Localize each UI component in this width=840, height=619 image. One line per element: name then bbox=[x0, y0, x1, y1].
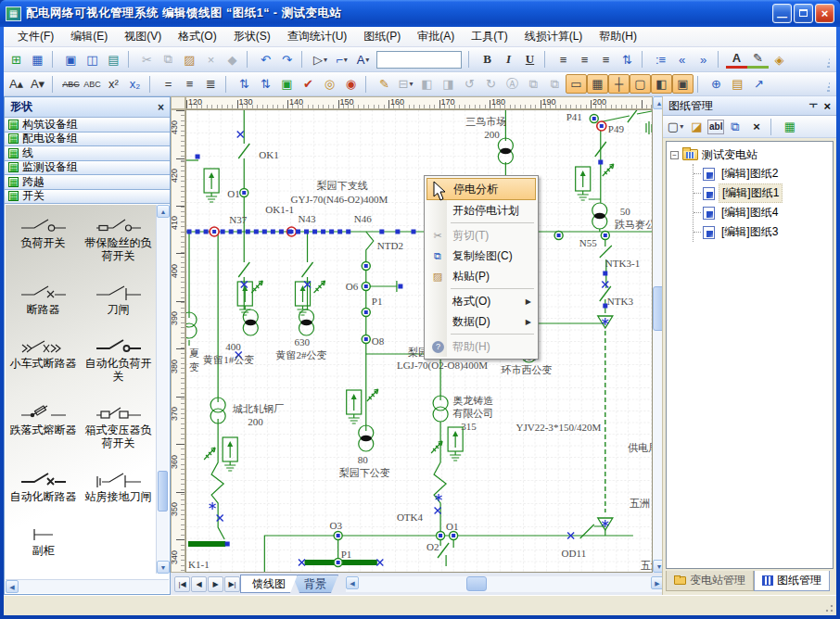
rotate-right-icon[interactable]: ↻ bbox=[480, 74, 502, 94]
pan-zoom-icon[interactable]: ⊕ bbox=[706, 74, 727, 94]
scroll-down-icon[interactable]: ▼ bbox=[157, 561, 170, 574]
format-painter-icon[interactable]: ◆ bbox=[222, 50, 243, 69]
sep[interactable] bbox=[697, 76, 704, 93]
shape-group-header[interactable]: ▦ 监测设备组 bbox=[5, 161, 170, 176]
data-table-icon[interactable]: ▦ bbox=[27, 50, 48, 69]
background-toggle-icon[interactable]: ▣ bbox=[672, 74, 694, 94]
context-item-paste[interactable]: ▨ 粘贴(P) bbox=[426, 266, 536, 286]
print-icon[interactable]: ▤ bbox=[103, 50, 124, 69]
bring-front-icon[interactable]: ⧉ bbox=[523, 74, 544, 94]
delete-icon[interactable]: × bbox=[200, 50, 222, 69]
sep[interactable] bbox=[225, 76, 232, 93]
menu-item[interactable]: 图纸(P) bbox=[355, 27, 409, 46]
shape-item-station-ground-switch[interactable]: 站房接地刀闸 bbox=[81, 470, 156, 503]
last-page-icon[interactable]: ▶| bbox=[224, 576, 240, 592]
page-setup-icon[interactable]: ◧ bbox=[651, 74, 672, 94]
sep[interactable] bbox=[149, 76, 156, 93]
menu-item[interactable]: 线损计算(L) bbox=[516, 27, 592, 46]
menu-item[interactable]: 视图(V) bbox=[116, 27, 170, 46]
shape-group-header[interactable]: ▦ 开关 bbox=[5, 190, 170, 205]
context-item-data[interactable]: 数据(D) ▶ bbox=[426, 311, 536, 332]
underline-icon[interactable]: U bbox=[519, 50, 541, 69]
shape-item-breaker[interactable]: 断路器 bbox=[6, 283, 81, 316]
undo-icon[interactable]: ↶ bbox=[255, 50, 276, 69]
shapes-panel-close-icon[interactable]: × bbox=[158, 101, 164, 114]
cut-icon[interactable]: ✂ bbox=[136, 50, 158, 69]
pin-icon[interactable]: ⊦ bbox=[807, 103, 820, 109]
context-item-format[interactable]: 格式(O) ▶ bbox=[426, 291, 536, 311]
flip-vertical-icon[interactable]: ◨ bbox=[438, 74, 459, 94]
shape-item-aux-cabinet[interactable]: 副柜 bbox=[6, 524, 81, 557]
menu-item[interactable]: 格式(O) bbox=[170, 27, 224, 46]
menu-item[interactable]: 帮助(H) bbox=[591, 27, 645, 46]
sep[interactable] bbox=[52, 76, 58, 93]
text-direction-icon[interactable]: ⇅ bbox=[617, 50, 638, 69]
layout-shape-icon[interactable]: ⊟ bbox=[395, 74, 416, 94]
scroll-up-icon[interactable]: ▲ bbox=[157, 205, 170, 218]
sep[interactable] bbox=[128, 51, 134, 68]
sep[interactable] bbox=[468, 51, 475, 68]
indent-icon[interactable]: » bbox=[693, 50, 714, 69]
tree-root-substation[interactable]: − 测试变电站 bbox=[668, 145, 831, 164]
copy-icon[interactable]: ⧉ bbox=[158, 50, 179, 69]
menu-item[interactable]: 文件(F) bbox=[9, 27, 62, 46]
export-drawing-icon[interactable]: ⊞ bbox=[6, 50, 27, 69]
scrollbar-thumb[interactable] bbox=[158, 471, 168, 512]
menu-item[interactable]: 工具(T) bbox=[463, 27, 515, 46]
sep[interactable] bbox=[642, 51, 648, 68]
tree-item-drawing[interactable]: [编辑]图纸3 bbox=[694, 222, 831, 242]
audit-drawing-icon[interactable]: ✔ bbox=[298, 74, 319, 94]
sheet-tab[interactable]: 背景 bbox=[292, 575, 338, 593]
tree-item-drawing[interactable]: [编辑]图纸2 bbox=[694, 164, 831, 183]
menu-item[interactable]: 审批(A) bbox=[409, 27, 463, 46]
sep[interactable] bbox=[301, 51, 308, 68]
fill-color-icon[interactable]: ◈ bbox=[769, 50, 790, 69]
resize-grip[interactable] bbox=[821, 600, 834, 613]
menu-item[interactable]: 查询统计(U) bbox=[279, 27, 356, 46]
maximize-button[interactable] bbox=[794, 4, 813, 23]
open-drawing-icon[interactable]: ◫ bbox=[82, 50, 103, 69]
guides-toggle-icon[interactable]: ┼ bbox=[608, 74, 630, 94]
space-after-icon[interactable]: ⇅ bbox=[255, 74, 276, 94]
grip[interactable] bbox=[826, 51, 832, 69]
font-increase-icon[interactable]: A▴ bbox=[6, 74, 27, 94]
drawing-viewport[interactable]: 三鸟市场 200 P41 P49 50 跌马赛公变 OK1 O1 OK1-1 N… bbox=[185, 109, 653, 573]
shape-item-load-switch[interactable]: 负荷开关 bbox=[6, 216, 81, 262]
outdent-icon[interactable]: « bbox=[671, 50, 693, 69]
rotate-left-icon[interactable]: ↺ bbox=[459, 74, 480, 94]
open-folder-icon[interactable]: ◪ bbox=[686, 117, 707, 136]
smallcaps-icon[interactable]: ABC bbox=[82, 74, 103, 94]
next-page-icon[interactable]: ▶ bbox=[208, 576, 223, 592]
select-area-icon[interactable]: ▢ bbox=[630, 74, 651, 94]
tab-substation-management[interactable]: 变电站管理 bbox=[666, 571, 754, 591]
sheet-tab[interactable]: 馈线图 bbox=[240, 575, 298, 593]
scroll-left-icon[interactable]: ◀ bbox=[346, 576, 359, 589]
subscript-icon[interactable]: x₂ bbox=[124, 74, 146, 94]
canvas-horizontal-scrollbar[interactable]: ◀ ▶ bbox=[346, 576, 664, 592]
delete-drawing-icon[interactable]: × bbox=[745, 117, 767, 136]
publish-drawing-icon[interactable]: ▦ bbox=[779, 117, 800, 136]
context-item-start-outage-plan[interactable]: 开始停电计划 bbox=[426, 200, 536, 221]
grip[interactable] bbox=[826, 75, 832, 94]
shape-item-knife-switch[interactable]: 刀闸 bbox=[81, 283, 156, 316]
font-color-icon[interactable]: A bbox=[726, 51, 747, 69]
bold-icon[interactable]: B bbox=[477, 50, 498, 69]
drawings-panel-close-icon[interactable]: × bbox=[823, 99, 831, 113]
sep[interactable] bbox=[365, 76, 372, 93]
align-right-icon[interactable]: ≡ bbox=[595, 50, 617, 69]
align-left-icon[interactable]: ≡ bbox=[553, 50, 574, 69]
shapes-vertical-scrollbar[interactable]: ▲ ▼ bbox=[156, 205, 169, 574]
font-combo[interactable] bbox=[376, 51, 462, 69]
find-device-icon[interactable]: ◎ bbox=[319, 74, 340, 94]
edit-note-icon[interactable]: ✎ bbox=[374, 74, 395, 94]
new-drawing-icon[interactable]: ▢ bbox=[665, 117, 686, 136]
rotate-text-icon[interactable]: Ⓐ bbox=[502, 74, 523, 94]
send-back-icon[interactable]: ⧉ bbox=[544, 74, 566, 94]
pointer-tool-icon[interactable]: ▷ bbox=[310, 50, 331, 69]
text-tool-icon[interactable]: A bbox=[352, 50, 374, 69]
line-color-icon[interactable]: ✎ bbox=[747, 51, 769, 69]
italic-icon[interactable]: I bbox=[498, 50, 519, 69]
spacing-double-icon[interactable]: ≣ bbox=[200, 74, 222, 94]
align-center-icon[interactable]: ≡ bbox=[574, 50, 595, 69]
spacing-single-icon[interactable]: = bbox=[158, 74, 179, 94]
